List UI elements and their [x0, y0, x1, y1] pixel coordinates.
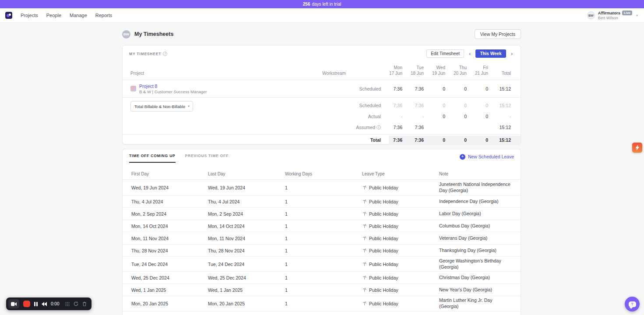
time-off-row: Mon, 2 Sep 2024 Mon, 2 Sep 2024 1 Public…: [123, 208, 521, 220]
pause-button[interactable]: [34, 302, 38, 306]
time-off-row: Mon, 20 Jan 2025 Mon, 20 Jan 2025 1 Publ…: [123, 296, 521, 311]
recording-timer: 0:00: [51, 301, 61, 306]
time-off-row: Wed, 25 Dec 2024 Wed, 25 Dec 2024 1 Publ…: [123, 272, 521, 284]
project-icon: [130, 86, 136, 91]
tab-previous-time-off[interactable]: Previous Time Off: [185, 154, 229, 163]
time-off-row: Mon, 11 Nov 2024 Mon, 11 Nov 2024 1 Publ…: [123, 232, 521, 245]
billable-filter-dropdown[interactable]: Total Billable & Non-Billable ▾: [130, 101, 193, 112]
column-header-mon: Mon17 Jun: [381, 65, 402, 76]
trial-days: 256: [303, 2, 310, 7]
cell-total: 15:12: [488, 86, 511, 91]
blur-tool-button[interactable]: [65, 302, 70, 306]
cell-thu: 0: [445, 86, 467, 91]
time-off-row: Thu, 28 Nov 2024 Thu, 28 Nov 2024 1 Publ…: [123, 245, 521, 257]
rewind-icon: [42, 302, 47, 306]
tab-time-off-coming-up[interactable]: Time Off Coming Up: [129, 154, 176, 163]
nav-item-projects[interactable]: Projects: [21, 13, 38, 18]
page-title: My Timesheets: [134, 31, 173, 37]
palm-tree-icon: [362, 236, 367, 241]
project-row: Project 8 B & W | Customer Success Manag…: [123, 80, 521, 98]
grid-dots-icon: [65, 302, 70, 306]
account-avatar[interactable]: BW: [587, 11, 595, 19]
plus-icon: +: [460, 154, 465, 160]
time-off-card: Time Off Coming Up Previous Time Off + N…: [122, 149, 521, 315]
timesheet-header-row: Project Workstream Mon17 Jun Tue18 Jun W…: [123, 65, 521, 80]
nav-item-manage[interactable]: Manage: [70, 13, 87, 18]
avatar: BW: [122, 30, 130, 38]
palm-tree-icon: [362, 262, 367, 266]
new-scheduled-leave-button[interactable]: + New Scheduled Leave: [460, 154, 514, 160]
cell-tue: 7:36: [402, 86, 424, 91]
palm-tree-icon: [362, 211, 367, 216]
palm-tree-icon: [362, 185, 367, 190]
this-week-button[interactable]: This Week: [475, 49, 506, 58]
trial-message: days left in trial: [312, 2, 341, 7]
info-icon[interactable]: i: [377, 125, 381, 130]
cell-wed: 0: [424, 86, 445, 91]
user-name: Bert Wilson: [598, 16, 632, 20]
restart-icon: [74, 301, 78, 306]
top-navbar: Projects People Manage Reports BW Affirm…: [0, 8, 644, 23]
total-row: Total 7:36 7:36 0 0 0 15:12: [123, 134, 521, 145]
time-off-row: Tue, 24 Dec 2024 Tue, 24 Dec 2024 1 Publ…: [123, 257, 521, 272]
row-type-label: Scheduled: [322, 86, 381, 91]
page-header: BW My Timesheets View My Projects: [122, 29, 521, 39]
palm-tree-icon: [362, 248, 367, 253]
column-header-project: Project: [130, 70, 322, 76]
palm-tree-icon: [362, 224, 367, 228]
time-off-row: Thu, 4 Jul 2024 Thu, 4 Jul 2024 1 Public…: [123, 196, 521, 208]
pause-icon: [34, 302, 38, 306]
column-header-tue: Tue18 Jun: [402, 65, 424, 76]
time-off-row: Wed, 1 Jan 2025 Wed, 1 Jan 2025 1 Public…: [123, 284, 521, 296]
time-off-header-row: First Day Last Day Working Days Leave Ty…: [123, 172, 521, 180]
my-timesheet-card: My Timesheet i Edit Timesheet ‹ This Wee…: [122, 45, 521, 144]
capture-widget-button[interactable]: [632, 143, 642, 153]
edit-timesheet-button[interactable]: Edit Timesheet: [426, 49, 464, 58]
info-icon[interactable]: i: [163, 52, 167, 56]
live-badge: Live: [622, 10, 632, 15]
palm-tree-icon: [362, 301, 367, 306]
assumed-summary-row: Assumed i 7:36 7:36 15:12: [123, 122, 521, 133]
trial-banner: 256 days left in trial: [0, 0, 644, 8]
time-off-row: Wed, 19 Jun 2024 Wed, 19 Jun 2024 1 Publ…: [123, 180, 521, 196]
trash-icon: [82, 301, 87, 306]
palm-tree-icon: [362, 199, 367, 204]
nav-item-reports[interactable]: Reports: [95, 13, 113, 18]
column-header-total: Total: [488, 70, 511, 76]
chevron-down-icon: ▾: [188, 105, 190, 108]
column-header-workstream: Workstream: [322, 70, 381, 76]
project-subtitle: B & W | Customer Success Manager: [139, 89, 207, 94]
view-my-projects-button[interactable]: View My Projects: [475, 29, 521, 39]
palm-tree-icon: [362, 275, 367, 280]
restart-recording-button[interactable]: [74, 301, 78, 306]
palm-tree-icon: [362, 287, 367, 292]
org-name: Affirmators: [598, 10, 620, 15]
account-menu[interactable]: BW Affirmators Live Bert Wilson ▾: [587, 10, 640, 20]
nav-item-people[interactable]: People: [46, 13, 61, 18]
actual-summary-row: Actual - - 0 0 0 -: [123, 111, 521, 122]
chat-bubble-icon: ?: [629, 301, 636, 307]
app-logo-icon[interactable]: [5, 12, 12, 19]
project-link[interactable]: Project 8: [139, 84, 207, 89]
cell-mon: 7:36: [381, 86, 402, 91]
column-header-fri: Fri21 Jun: [467, 65, 488, 76]
cell-fri: 0: [467, 86, 488, 91]
next-week-button[interactable]: ›: [510, 51, 514, 56]
chevron-down-icon[interactable]: ▾: [636, 14, 638, 18]
cancel-recording-button[interactable]: [82, 301, 87, 306]
stop-recording-button[interactable]: [23, 301, 30, 307]
time-off-row: Mon, 14 Oct 2024 Mon, 14 Oct 2024 1 Publ…: [123, 220, 521, 232]
column-header-wed: Wed19 Jun: [424, 65, 445, 76]
camera-button[interactable]: [8, 299, 19, 308]
help-button[interactable]: ?: [625, 297, 640, 312]
rewind-button[interactable]: [42, 302, 47, 306]
camera-icon: [11, 302, 17, 306]
screen-recorder-toolbar: 0:00: [6, 298, 91, 310]
previous-week-button[interactable]: ‹: [468, 51, 472, 56]
lightning-icon: [635, 145, 640, 150]
timesheet-section-label: My Timesheet i: [129, 52, 167, 56]
column-header-thu: Thu20 Jun: [445, 65, 467, 76]
